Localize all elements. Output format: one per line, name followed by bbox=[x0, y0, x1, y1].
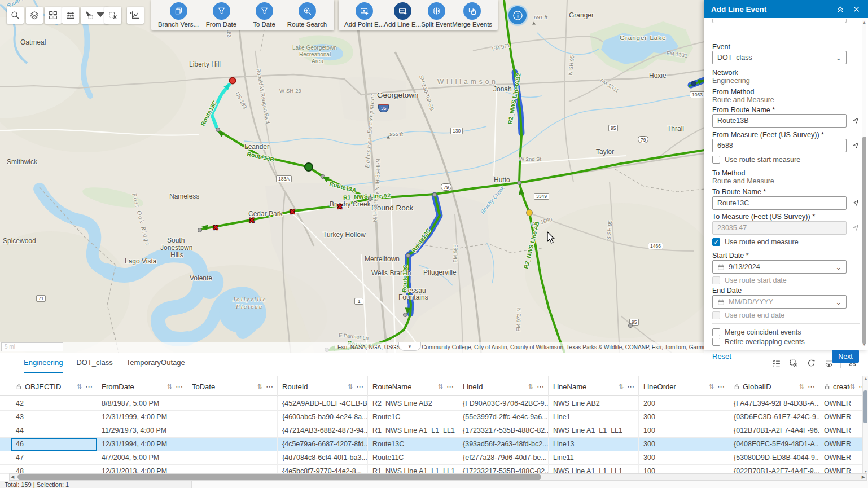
sort-icon[interactable]: ⇅ bbox=[438, 383, 443, 390]
toolbar-button-merge-events[interactable]: Merge Events bbox=[452, 2, 492, 28]
table-cell[interactable] bbox=[187, 397, 278, 411]
table-cell[interactable]: 43 bbox=[11, 411, 97, 424]
pick-route-on-map-icon[interactable] bbox=[850, 197, 861, 209]
table-cell[interactable]: {17233217-535B-488C-82... bbox=[458, 465, 549, 474]
info-button[interactable] bbox=[508, 6, 527, 24]
basemap-grid-tool-button[interactable] bbox=[45, 7, 62, 24]
table-cell[interactable]: {17233217-535B-488C-82... bbox=[458, 424, 549, 438]
scroll-right-icon[interactable]: ▶ bbox=[862, 474, 865, 480]
map-canvas[interactable]: OatmealLiberty HillSmithwickSpicewoodNam… bbox=[0, 0, 704, 353]
tab-engineering[interactable]: Engineering bbox=[24, 353, 63, 373]
table-cell[interactable]: {012B70B1-A2F7-4A4F-96... bbox=[729, 424, 819, 438]
sort-icon[interactable]: ⇅ bbox=[709, 383, 714, 390]
clear-graphics-tool-button[interactable] bbox=[104, 7, 121, 24]
table-cell[interactable]: Route13C bbox=[368, 438, 458, 451]
table-horizontal-scrollbar[interactable]: ◀ ▶ bbox=[9, 473, 867, 481]
reset-button[interactable]: Reset bbox=[712, 352, 731, 360]
table-cell[interactable]: 4/7/2004, 5:00 PM bbox=[97, 451, 187, 465]
table-cell[interactable]: Line13 bbox=[549, 438, 639, 451]
column-menu-icon[interactable]: ⋯ bbox=[537, 383, 545, 391]
table-cell[interactable] bbox=[187, 424, 278, 438]
table-cell[interactable]: {0408E0FC-5E49-48D1-A... bbox=[729, 438, 819, 451]
table-cell[interactable]: Route1C bbox=[368, 411, 458, 424]
table-cell[interactable]: OWNER bbox=[819, 411, 862, 424]
attribution-toggle[interactable]: ▾ bbox=[398, 342, 421, 351]
table-row[interactable]: 428/8/1987, 5:00 PM{452A9ABD-E0EF-4CEB-B… bbox=[0, 397, 862, 411]
table-cell[interactable]: 42 bbox=[11, 397, 97, 411]
sort-icon[interactable]: ⇅ bbox=[619, 383, 624, 390]
tab-dot_class[interactable]: DOT_class bbox=[76, 353, 112, 373]
scroll-left-icon[interactable]: ◀ bbox=[11, 474, 14, 480]
column-header-lineorder[interactable]: LineOrder⇅⋯ bbox=[639, 376, 729, 397]
column-header-routename[interactable]: RouteName⇅⋯ bbox=[368, 376, 458, 397]
table-cell[interactable]: {4600abc5-ba90-4e24-8a... bbox=[278, 411, 368, 424]
table-cell[interactable]: R1_NWS Line A1_L1_LL1 bbox=[368, 465, 458, 474]
table-cell[interactable]: R1_NWS Line A1_L1_LL1 bbox=[368, 424, 458, 438]
table-row[interactable]: 474/7/2004, 5:00 PM{4d7084c8-6cf4-40f1-b… bbox=[0, 451, 862, 465]
use-route-start-measure-checkbox[interactable]: Use route start measure bbox=[712, 156, 800, 164]
scrollbar-thumb[interactable] bbox=[17, 474, 541, 480]
table-cell[interactable]: Line11 bbox=[549, 451, 639, 465]
pick-route-on-map-icon[interactable] bbox=[850, 115, 861, 126]
sort-icon[interactable]: ⇅ bbox=[167, 383, 172, 390]
clear-selection-button[interactable] bbox=[786, 355, 801, 371]
table-cell[interactable]: 300 bbox=[639, 438, 729, 451]
table-row[interactable]: 4411/29/1973, 4:00 PM{47214AB3-6882-4873… bbox=[0, 424, 862, 438]
table-cell[interactable]: 100 bbox=[639, 424, 729, 438]
next-button[interactable]: Next bbox=[832, 350, 859, 363]
table-cell[interactable]: 12/31/1999, 4:00 PM bbox=[97, 411, 187, 424]
table-cell[interactable]: NWS Line A1_L1_LL1 bbox=[549, 465, 639, 474]
start-date-input[interactable]: 9/13/2024 ⌄ bbox=[712, 260, 847, 274]
column-menu-icon[interactable]: ⋯ bbox=[446, 383, 454, 391]
table-cell[interactable]: {53080D9D-ED8B-4044-9... bbox=[729, 451, 819, 465]
scrollbar-thumb[interactable] bbox=[863, 390, 867, 423]
table-cell[interactable] bbox=[187, 465, 278, 474]
sort-icon[interactable]: ⇅ bbox=[850, 383, 855, 390]
merge-coincident-events-checkbox[interactable]: Merge coincident events bbox=[712, 328, 801, 336]
table-vertical-scrollbar[interactable]: ▲ ▼ bbox=[862, 376, 868, 474]
table-cell[interactable]: {03D6EC3D-61E7-424C-9... bbox=[729, 411, 819, 424]
table-cell[interactable]: {FD90A03C-9706-42BC-9... bbox=[458, 397, 549, 411]
profile-tool-tool-button[interactable] bbox=[127, 7, 144, 24]
table-cell[interactable]: {ef277a28-79d6-40d7-be... bbox=[458, 451, 549, 465]
show-selection-button[interactable] bbox=[769, 355, 784, 371]
table-cell[interactable]: NWS Line A1_L1_LL1 bbox=[549, 424, 639, 438]
table-cell[interactable] bbox=[187, 411, 278, 424]
table-cell[interactable]: 300 bbox=[639, 411, 729, 424]
to-route-input[interactable]: Route13C bbox=[712, 196, 847, 210]
table-cell[interactable]: Line1 bbox=[549, 411, 639, 424]
table-cell[interactable]: NWS Line AB2 bbox=[549, 397, 639, 411]
table-row[interactable]: 4812/31/2013, 4:00 PM{4e5bc8f7-9770-44e2… bbox=[0, 465, 862, 474]
toolbar-button-route-search[interactable]: Route Search bbox=[286, 2, 328, 28]
search-tool-button[interactable] bbox=[7, 7, 24, 24]
table-cell[interactable]: 48 bbox=[11, 465, 97, 474]
table-cell[interactable]: 44 bbox=[11, 424, 97, 438]
table-cell[interactable]: {4c5e79a6-6687-4207-8fd... bbox=[278, 438, 368, 451]
column-menu-icon[interactable]: ⋯ bbox=[176, 383, 183, 391]
table-row[interactable]: 4312/31/1999, 4:00 PM{4600abc5-ba90-4e24… bbox=[0, 411, 862, 424]
column-header-objectid[interactable]: OBJECTID⇅⋯ bbox=[11, 376, 97, 397]
toolbar-button-split-event[interactable]: Split Event bbox=[421, 2, 452, 28]
column-menu-icon[interactable]: ⋯ bbox=[858, 383, 862, 391]
table-cell[interactable]: 8/8/1987, 5:00 PM bbox=[97, 397, 187, 411]
table-cell[interactable]: {022B70B1-A2F7-4A4F-9... bbox=[729, 465, 819, 474]
column-header-globalid[interactable]: GlobalID⇅⋯ bbox=[729, 376, 819, 397]
table-cell[interactable]: 200 bbox=[639, 397, 729, 411]
table-cell[interactable]: OWNER bbox=[819, 451, 862, 465]
toolbar-button-add-point-e[interactable]: Add Point E... bbox=[344, 2, 384, 28]
table-cell[interactable]: {4e5bc8f7-9770-44e2-8... bbox=[278, 465, 368, 474]
sort-icon[interactable]: ⇅ bbox=[799, 383, 804, 390]
table-cell[interactable]: Route11C bbox=[368, 451, 458, 465]
scrollbar-thumb[interactable] bbox=[862, 137, 866, 344]
from-measure-input[interactable]: 6588 bbox=[712, 139, 847, 152]
table-cell[interactable]: {47214AB3-6882-4873-94... bbox=[278, 424, 368, 438]
end-date-input[interactable]: MM/DD/YYYY ⌄ bbox=[712, 295, 847, 309]
toolbar-button-branch-vers[interactable]: Branch Vers... bbox=[157, 2, 200, 28]
toolbar-button-from-date[interactable]: From Date bbox=[200, 2, 243, 28]
table-cell[interactable]: {FA47E394-92F8-4D3B-A... bbox=[729, 397, 819, 411]
retire-overlapping-events-checkbox[interactable]: Retire overlapping events bbox=[712, 338, 805, 346]
measure-tool-button[interactable] bbox=[62, 7, 79, 24]
table-cell[interactable]: 47 bbox=[11, 451, 97, 465]
table-cell[interactable]: OWNER bbox=[819, 424, 862, 438]
table-cell[interactable]: {452A9ABD-E0EF-4CEB-B... bbox=[278, 397, 368, 411]
